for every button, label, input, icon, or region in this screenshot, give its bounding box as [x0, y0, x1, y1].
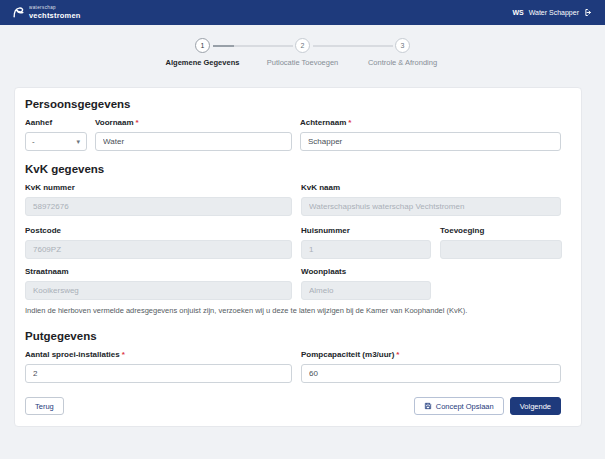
- aanhef-label: Aanhef: [25, 118, 87, 128]
- section-title-persoonsgegevens: Persoonsgegevens: [25, 98, 561, 110]
- kvk-nummer-input: [25, 197, 292, 216]
- required-marker: *: [122, 350, 125, 359]
- pompcapaciteit-label: Pompcapaciteit (m3/uur)*: [301, 350, 561, 360]
- step-3-circle[interactable]: 3: [395, 38, 410, 53]
- brand-subtitle: waterschap: [29, 6, 81, 11]
- achternaam-label: Achternaam*: [300, 118, 561, 128]
- straatnaam-label: Straatnaam: [25, 267, 292, 277]
- section-title-putgegevens: Putgegevens: [25, 330, 561, 342]
- user-name: Water Schapper: [529, 9, 579, 16]
- wave-logo-icon: [12, 6, 25, 19]
- pompcapaciteit-input[interactable]: [301, 364, 561, 383]
- user-initials-badge: WS: [512, 9, 523, 16]
- field-toevoeging: Toevoeging: [440, 226, 562, 259]
- woonplaats-input: [301, 281, 431, 300]
- brand-title: vechtstromen: [29, 12, 81, 20]
- woonplaats-label: Woonplaats: [301, 267, 431, 277]
- toevoeging-input: [440, 240, 562, 259]
- stepper: 1 Algemene Gegevens 2 Putlocatie Toevoeg…: [153, 38, 453, 67]
- field-straatnaam: Straatnaam: [25, 267, 292, 300]
- kvk-naam-input: [301, 197, 561, 216]
- required-marker: *: [348, 118, 351, 127]
- field-voornaam: Voornaam*: [95, 118, 292, 151]
- step-1-label: Algemene Gegevens: [166, 58, 240, 67]
- huisnummer-label: Huisnummer: [301, 226, 431, 236]
- kvk-naam-label: KvK naam: [301, 183, 561, 193]
- step-3-label: Controle & Afronding: [368, 58, 437, 67]
- straatnaam-input: [25, 281, 292, 300]
- field-pompcapaciteit: Pompcapaciteit (m3/uur)*: [301, 350, 561, 383]
- form-actions: Terug Concept Opslaan Volgende: [25, 397, 561, 415]
- postcode-label: Postcode: [25, 226, 292, 236]
- field-kvk-naam: KvK naam: [301, 183, 561, 216]
- achternaam-input[interactable]: [300, 132, 561, 151]
- voornaam-label: Voornaam*: [95, 118, 292, 128]
- kvk-nummer-label: KvK nummer: [25, 183, 292, 193]
- aantal-sproei-input[interactable]: [25, 364, 292, 383]
- toevoeging-label: Toevoeging: [440, 226, 562, 236]
- field-huisnummer: Huisnummer: [301, 226, 431, 259]
- aantal-sproei-label: Aantal sproei-installaties*: [25, 350, 292, 360]
- field-kvk-nummer: KvK nummer: [25, 183, 292, 216]
- aanhef-select[interactable]: - ▾: [25, 132, 87, 151]
- form-card: Persoonsgegevens Aanhef - ▾ Voornaam* Ac…: [14, 87, 582, 427]
- logout-icon[interactable]: [584, 8, 593, 17]
- step-2-label: Putlocatie Toevoegen: [267, 58, 339, 67]
- field-aantal-sproei-installaties: Aantal sproei-installaties*: [25, 350, 292, 383]
- required-marker: *: [136, 118, 139, 127]
- step-3-controle-afronding[interactable]: 3 Controle & Afronding: [353, 38, 453, 67]
- field-postcode: Postcode: [25, 226, 292, 259]
- field-achternaam: Achternaam*: [300, 118, 561, 151]
- step-2-putlocatie-toevoegen[interactable]: 2 Putlocatie Toevoegen: [253, 38, 353, 67]
- terug-button[interactable]: Terug: [25, 397, 64, 415]
- header-bar: waterschap vechtstromen WS Water Schappe…: [0, 0, 605, 25]
- volgende-button[interactable]: Volgende: [510, 397, 561, 415]
- save-icon: [424, 402, 432, 410]
- voornaam-input[interactable]: [95, 132, 292, 151]
- step-2-circle[interactable]: 2: [295, 38, 310, 53]
- section-title-kvk-gegevens: KvK gegevens: [25, 163, 561, 175]
- step-1-circle[interactable]: 1: [195, 38, 210, 53]
- chevron-down-icon: ▾: [76, 138, 80, 145]
- required-marker: *: [396, 350, 399, 359]
- kvk-address-note: Indien de hierboven vermelde adresgegeve…: [25, 306, 561, 316]
- postcode-input: [25, 240, 292, 259]
- field-aanhef: Aanhef - ▾: [25, 118, 87, 151]
- huisnummer-input: [301, 240, 431, 259]
- step-1-algemene-gegevens[interactable]: 1 Algemene Gegevens: [153, 38, 253, 67]
- concept-opslaan-button[interactable]: Concept Opslaan: [414, 397, 504, 415]
- user-menu[interactable]: WS Water Schapper: [512, 8, 593, 17]
- field-woonplaats: Woonplaats: [301, 267, 431, 300]
- brand-logo: waterschap vechtstromen: [12, 6, 81, 19]
